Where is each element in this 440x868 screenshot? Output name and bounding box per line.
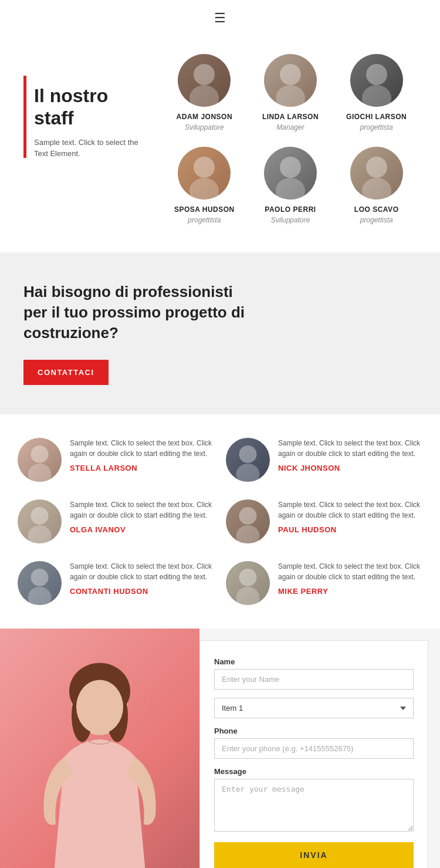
staff-avatar xyxy=(178,147,231,200)
team-item-content: Sample text. Click to select the text bo… xyxy=(70,561,214,596)
message-field-group: Message xyxy=(214,767,414,834)
staff-grid: ADAM JONSON Sviluppatore LINDA LARSON Ma… xyxy=(153,49,417,229)
team-item-content: Sample text. Click to select the text bo… xyxy=(70,438,214,472)
team-list-item: Sample text. Click to select the text bo… xyxy=(226,499,422,543)
team-item-name: NICK JHONSON xyxy=(278,464,422,472)
svg-point-28 xyxy=(76,680,123,734)
svg-point-21 xyxy=(28,587,52,605)
select-field-group: Item 1Item 2Item 3 xyxy=(214,698,414,718)
svg-point-9 xyxy=(276,178,305,200)
team-list-item: Sample text. Click to select the text bo… xyxy=(18,438,214,482)
svg-point-8 xyxy=(280,157,301,178)
staff-card: SPOSA HUDSON progettista xyxy=(164,142,245,229)
team-list-section: Sample text. Click to select the text bo… xyxy=(0,414,440,629)
staff-member-name: SPOSA HUDSON xyxy=(174,205,235,214)
svg-point-13 xyxy=(28,464,52,482)
phone-label: Phone xyxy=(214,727,414,735)
staff-avatar xyxy=(350,147,403,200)
contact-button[interactable]: CONTATTACI xyxy=(23,360,109,385)
cta-title: Hai bisogno di professionisti per il tuo… xyxy=(23,282,246,343)
svg-point-12 xyxy=(31,445,49,463)
team-item-name: OLGA IVANOV xyxy=(70,525,214,534)
staff-avatar xyxy=(264,54,317,107)
staff-member-role: progettista xyxy=(360,123,393,131)
submit-button[interactable]: INVIA xyxy=(214,842,414,868)
svg-point-2 xyxy=(280,64,301,85)
team-item-name: PAUL HUDSON xyxy=(278,525,422,534)
name-input[interactable] xyxy=(214,669,414,690)
svg-point-16 xyxy=(31,507,49,525)
staff-avatar xyxy=(350,54,403,107)
team-item-description: Sample text. Click to select the text bo… xyxy=(278,438,422,459)
svg-point-6 xyxy=(194,157,215,178)
team-list-item: Sample text. Click to select the text bo… xyxy=(226,561,422,605)
team-list-item: Sample text. Click to select the text bo… xyxy=(18,499,214,543)
staff-member-role: progettista xyxy=(188,216,221,224)
contact-image xyxy=(0,629,199,868)
staff-avatar xyxy=(264,147,317,200)
cta-section: Hai bisogno di professionisti per il tuo… xyxy=(0,252,440,414)
team-item-name: CONTANTI HUDSON xyxy=(70,587,214,596)
svg-point-23 xyxy=(236,587,260,605)
team-item-description: Sample text. Click to select the text bo… xyxy=(278,561,422,582)
staff-avatar xyxy=(178,54,231,107)
svg-point-20 xyxy=(31,569,49,586)
svg-point-5 xyxy=(362,85,391,107)
team-item-content: Sample text. Click to select the text bo… xyxy=(278,561,422,596)
team-grid: Sample text. Click to select the text bo… xyxy=(18,438,422,605)
team-avatar xyxy=(18,499,62,543)
staff-member-name: LOO SCAVO xyxy=(354,205,399,214)
svg-point-0 xyxy=(194,64,215,85)
name-field-group: Name xyxy=(214,657,414,690)
staff-member-role: Sviluppatore xyxy=(271,216,310,224)
item-select[interactable]: Item 1Item 2Item 3 xyxy=(214,698,414,718)
staff-card: GIOCHI LARSON progettista xyxy=(336,49,417,136)
message-textarea[interactable] xyxy=(214,779,414,832)
team-item-name: STELLA LARSON xyxy=(70,464,214,472)
svg-point-1 xyxy=(189,85,219,107)
staff-member-name: GIOCHI LARSON xyxy=(346,113,407,121)
team-item-content: Sample text. Click to select the text bo… xyxy=(278,438,422,472)
svg-point-3 xyxy=(276,85,305,107)
team-item-name: MIKE PERRY xyxy=(278,587,422,596)
svg-point-22 xyxy=(239,569,257,586)
staff-card: LOO SCAVO progettista xyxy=(336,142,417,229)
staff-member-role: Manager xyxy=(276,123,304,131)
team-item-description: Sample text. Click to select the text bo… xyxy=(70,561,214,582)
menu-icon[interactable]: ☰ xyxy=(214,11,226,26)
contact-form: Name Item 1Item 2Item 3 Phone Message IN… xyxy=(199,640,428,868)
staff-card: LINDA LARSON Manager xyxy=(251,49,331,136)
team-list-item: Sample text. Click to select the text bo… xyxy=(226,438,422,482)
staff-member-name: LINDA LARSON xyxy=(262,113,319,121)
svg-point-18 xyxy=(239,507,257,525)
svg-point-19 xyxy=(236,525,260,543)
team-item-content: Sample text. Click to select the text bo… xyxy=(70,499,214,534)
phone-field-group: Phone xyxy=(214,727,414,759)
team-item-description: Sample text. Click to select the text bo… xyxy=(70,499,214,521)
phone-input[interactable] xyxy=(214,738,414,759)
svg-point-17 xyxy=(28,525,52,543)
team-avatar xyxy=(18,561,62,605)
staff-card: ADAM JONSON Sviluppatore xyxy=(164,49,245,136)
header: ☰ xyxy=(0,0,440,32)
svg-point-4 xyxy=(366,64,387,85)
team-avatar xyxy=(18,438,62,482)
team-avatar xyxy=(226,438,270,482)
staff-section-title: Il nostro staff xyxy=(34,85,153,130)
staff-section-description: Sample text. Click to select the Text El… xyxy=(34,137,153,160)
team-avatar xyxy=(226,561,270,605)
staff-member-name: ADAM JONSON xyxy=(177,113,233,121)
staff-card: PAOLO PERRI Sviluppatore xyxy=(251,142,331,229)
svg-point-15 xyxy=(236,464,260,482)
contact-section: Name Item 1Item 2Item 3 Phone Message IN… xyxy=(0,629,440,868)
team-list-item: Sample text. Click to select the text bo… xyxy=(18,561,214,605)
name-label: Name xyxy=(214,657,414,666)
svg-point-14 xyxy=(239,445,257,463)
staff-member-role: progettista xyxy=(360,216,393,224)
svg-point-7 xyxy=(189,178,219,200)
staff-left-content: Il nostro staff Sample text. Click to se… xyxy=(23,49,153,229)
staff-member-role: Sviluppatore xyxy=(185,123,224,131)
message-label: Message xyxy=(214,767,414,776)
team-item-content: Sample text. Click to select the text bo… xyxy=(278,499,422,534)
staff-member-name: PAOLO PERRI xyxy=(265,205,316,214)
